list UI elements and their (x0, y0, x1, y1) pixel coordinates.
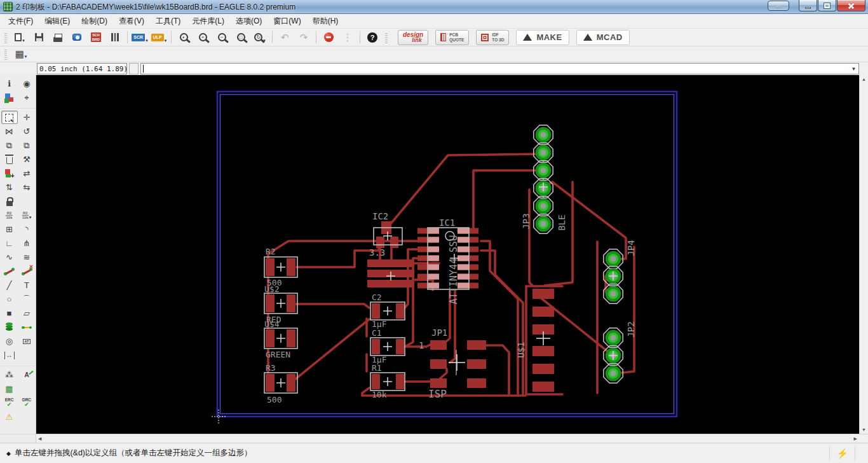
make-button[interactable]: MAKE (516, 30, 569, 45)
command-input[interactable] (144, 64, 849, 73)
tool-drc[interactable]: DRC✔ (18, 396, 35, 410)
tool-curve[interactable]: ∿ (1, 251, 18, 264)
traffic-light-button[interactable]: ⋮ (338, 30, 357, 45)
open-button[interactable]: ▾ (10, 30, 29, 45)
zoom-fit-button[interactable]: ▪ (174, 30, 193, 45)
scroll-up-icon[interactable]: ▲ (862, 77, 866, 81)
tool-replace[interactable]: ⇄ (18, 167, 35, 180)
tool-arc[interactable]: ⌒ (18, 293, 35, 306)
tool-text[interactable]: T (18, 279, 35, 292)
print-button[interactable] (48, 30, 67, 45)
scroll-left-icon[interactable]: ◀ (38, 436, 41, 441)
zoom-out-button[interactable]: − (212, 30, 231, 45)
label-jp1: JP1 (431, 328, 447, 338)
vertical-scrollbar[interactable]: ▲ ▼ (859, 75, 868, 434)
close-button[interactable] (837, 0, 865, 11)
zoom-select-button[interactable]: □ (231, 30, 250, 45)
tool-wire-jump[interactable]: ≋ (18, 251, 35, 264)
tool-info[interactable]: ℹ (1, 77, 18, 90)
tool-mark[interactable]: ⌖ (18, 91, 35, 104)
tool-meander[interactable]: ↔ (1, 349, 18, 362)
command-dropdown-icon[interactable]: ▼ (849, 66, 858, 72)
through-hole-pads[interactable] (534, 125, 623, 383)
tool-lock[interactable] (1, 195, 18, 208)
lightning-icon[interactable]: ⚡ (836, 448, 848, 459)
tool-erc[interactable]: ERC✔ (1, 396, 18, 410)
tool-line[interactable]: ╱ (1, 279, 18, 292)
tool-smash[interactable]: ⊞ (1, 223, 18, 236)
tool-change[interactable]: ⚒ (18, 153, 35, 166)
menu-item-d[interactable]: 绘制(D) (76, 14, 113, 29)
menu-item-l[interactable]: 元件库(L) (186, 14, 230, 29)
tool-signal[interactable] (18, 321, 35, 334)
tool-hole[interactable]: ◎ (1, 335, 18, 348)
tool-display[interactable] (1, 91, 18, 104)
tool-group[interactable] (1, 111, 18, 124)
undo-button[interactable]: ↶ (275, 30, 294, 45)
menu-item-v[interactable]: 查看(V) (113, 14, 150, 29)
tool-gateswap[interactable]: ⇆ (18, 181, 35, 194)
tool-paste[interactable]: ⧉ (18, 139, 35, 152)
menu-item-e[interactable]: 编辑(E) (39, 14, 76, 29)
tool-rotate[interactable]: ↺ (18, 125, 35, 138)
library-button[interactable] (105, 30, 125, 45)
tool-attribute[interactable]: AT (18, 335, 35, 348)
maximize-button[interactable] (818, 0, 836, 11)
tool-route[interactable] (1, 265, 18, 278)
idf-to-3d-button[interactable]: IDFTO 3D (476, 30, 509, 45)
tool-split[interactable]: ⋔ (18, 237, 35, 250)
grid-button[interactable]: ▦▾ (10, 47, 32, 61)
tool-rect[interactable]: ■ (1, 307, 18, 320)
tool-autoroute[interactable]: A (18, 368, 35, 382)
menu-item-o[interactable]: 选项(O) (230, 14, 268, 29)
tool-show[interactable]: ◉ (18, 77, 35, 90)
run-script-button[interactable]: SCR▾ (130, 30, 149, 45)
smd-pads[interactable] (266, 221, 414, 392)
tool-circle[interactable]: ○ (1, 293, 18, 306)
tool-delete[interactable] (1, 153, 18, 166)
menu-item-t[interactable]: 工具(T) (150, 14, 186, 29)
menu-item-w[interactable]: 窗口(W) (268, 14, 306, 29)
zoom-in-button[interactable]: + (193, 30, 212, 45)
horizontal-scrollbar[interactable]: ◀ ▶ (36, 434, 859, 443)
toolbar-gripper[interactable] (4, 32, 7, 43)
tool-errors[interactable]: ⚠ (1, 410, 18, 424)
tool-move[interactable]: ✛ (18, 111, 35, 124)
scroll-right-icon[interactable]: ▶ (854, 436, 857, 441)
tool-ratsnest[interactable]: ⁂ (1, 368, 18, 382)
tool-ripup[interactable] (18, 265, 35, 278)
tool-name[interactable]: R210k (1, 209, 18, 222)
tool-copy[interactable]: ⧉ (1, 139, 18, 152)
sch-brd-switch-button[interactable]: SCHBRD (86, 30, 105, 45)
pcb-board[interactable]: IC1 ATTINY44-SSU IC2 3.3 R2 500 U$2 RED … (36, 75, 859, 434)
tool-pinswap[interactable]: ⇅ (1, 181, 18, 194)
jp1-pads[interactable] (430, 340, 486, 388)
mcad-button[interactable]: MCAD (576, 30, 630, 45)
command-history-button[interactable] (129, 63, 139, 74)
export-image-button[interactable] (67, 30, 86, 45)
pcb-quote-button[interactable]: PCBQUOTE (435, 30, 469, 45)
tool-polygon[interactable]: ▱ (18, 307, 35, 320)
redo-button[interactable]: ↷ (294, 30, 313, 45)
design-link-button[interactable]: designlink (398, 30, 428, 45)
menu-item-f[interactable]: 文件(F) (3, 14, 39, 29)
window-switch-button[interactable]: ⇔ (768, 1, 789, 11)
toolbar-gripper[interactable] (4, 48, 7, 60)
tool-miter-sharp[interactable]: ∟ (1, 237, 18, 250)
stop-button[interactable] (319, 30, 338, 45)
zoom-redraw-button[interactable]: ↻▾ (250, 30, 269, 45)
tool-add[interactable] (1, 167, 18, 180)
run-ulp-button[interactable]: ULP▾ (149, 30, 168, 45)
scroll-down-icon[interactable]: ▼ (862, 427, 866, 432)
tool-designblock[interactable]: ▦ (1, 382, 18, 396)
save-button[interactable] (29, 30, 48, 45)
board-canvas[interactable]: IC1 ATTINY44-SSU IC2 3.3 R2 500 U$2 RED … (36, 75, 859, 434)
tool-mirror[interactable]: ⋈ (1, 125, 18, 138)
tool-via[interactable] (1, 321, 18, 334)
tool-miter[interactable]: ◝ (18, 223, 35, 236)
toolbar-gripper[interactable] (385, 32, 388, 43)
help-button[interactable]: ? (363, 30, 382, 45)
tool-value[interactable]: R210k▾ (18, 209, 35, 222)
menu-item-h[interactable]: 帮助(H) (307, 14, 344, 29)
minimize-button[interactable] (799, 0, 817, 11)
